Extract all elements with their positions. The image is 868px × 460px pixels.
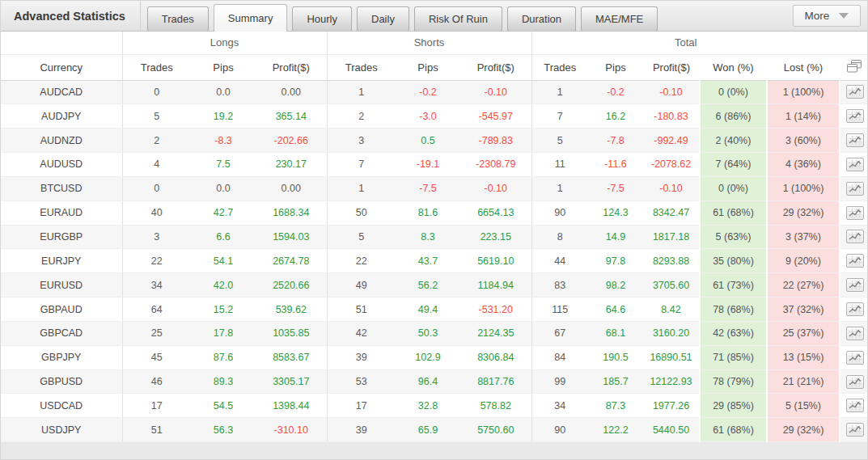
chart-icon[interactable] — [846, 351, 864, 365]
col-header-won: Won (%) — [700, 54, 767, 80]
shorts-profit-cell: 6654.13 — [460, 200, 531, 225]
chart-icon[interactable] — [846, 158, 864, 171]
shorts-pips-cell: 96.4 — [396, 369, 460, 394]
shorts-profit-cell: -0.10 — [460, 176, 531, 200]
total-trades-cell: 11 — [531, 153, 588, 177]
total-trades-cell: 1 — [531, 176, 588, 200]
table-row: AUDUSD 4 7.5 230.17 7 -19.1 -2308.79 11 … — [1, 153, 868, 177]
shorts-profit-cell: 1184.94 — [460, 273, 531, 298]
chart-cell — [840, 225, 868, 249]
longs-trades-cell: 0 — [122, 80, 191, 104]
total-profit-cell: 16890.51 — [643, 345, 700, 369]
chart-icon[interactable] — [846, 230, 864, 243]
longs-pips-cell: 19.2 — [191, 104, 256, 129]
longs-trades-cell: 17 — [122, 394, 191, 418]
shorts-trades-cell: 51 — [327, 298, 396, 322]
longs-trades-cell: 45 — [122, 345, 191, 369]
chart-icon[interactable] — [846, 399, 864, 412]
chart-cell — [840, 249, 868, 273]
table-row: EURAUD 40 42.7 1688.34 50 81.6 6654.13 9… — [1, 200, 868, 225]
currency-cell: EURAUD — [1, 200, 122, 225]
longs-pips-cell: 42.7 — [191, 200, 256, 225]
chart-cell — [840, 369, 868, 394]
total-trades-cell: 34 — [531, 394, 588, 418]
total-profit-cell: 3705.60 — [643, 273, 700, 298]
tab-daily[interactable]: Daily — [357, 6, 409, 31]
page-title: Advanced Statistics — [1, 1, 141, 31]
longs-profit-cell: 0.00 — [256, 80, 327, 104]
group-header-shorts: Shorts — [327, 32, 531, 54]
table-row: GBPJPY 45 87.6 8583.67 39 102.9 8306.84 … — [1, 345, 868, 369]
lost-percent-cell: 13 (15%) — [767, 345, 840, 369]
chart-icon[interactable] — [846, 182, 864, 196]
shorts-trades-cell: 39 — [327, 418, 396, 442]
total-trades-cell: 90 — [531, 200, 588, 225]
table-row: GBPAUD 64 15.2 539.62 51 49.4 -531.20 11… — [1, 298, 868, 322]
shorts-trades-cell: 42 — [327, 321, 396, 345]
total-profit-cell: 1977.26 — [643, 394, 700, 418]
chart-icon[interactable] — [846, 254, 864, 268]
tab-summary[interactable]: Summary — [214, 4, 288, 32]
chart-icon[interactable] — [846, 423, 864, 437]
chart-cell — [840, 129, 868, 153]
total-pips-cell: 190.5 — [588, 345, 643, 369]
chart-icon[interactable] — [846, 206, 864, 220]
longs-trades-cell: 2 — [122, 129, 191, 153]
shorts-profit-cell: 5750.60 — [460, 418, 531, 442]
total-profit-cell: 8342.47 — [643, 200, 700, 225]
lost-percent-cell: 37 (32%) — [767, 298, 840, 322]
currency-cell: AUDNZD — [1, 129, 122, 153]
lost-percent-cell: 4 (36%) — [767, 153, 840, 177]
longs-trades-cell: 64 — [122, 298, 191, 322]
tab-risk-of-ruin[interactable]: Risk Of Ruin — [414, 6, 502, 31]
table-row: EURUSD 34 42.0 2520.66 49 56.2 1184.94 8… — [1, 273, 868, 298]
shorts-trades-cell: 49 — [327, 273, 396, 298]
lost-percent-cell: 22 (27%) — [767, 273, 840, 298]
group-header-spacer — [840, 32, 868, 54]
won-percent-cell: 5 (63%) — [700, 225, 767, 249]
chart-icon[interactable] — [846, 302, 864, 316]
longs-profit-cell: 1398.44 — [256, 394, 327, 418]
shorts-trades-cell: 1 — [327, 176, 396, 200]
shorts-pips-cell: -19.1 — [396, 153, 460, 177]
won-percent-cell: 29 (85%) — [700, 394, 767, 418]
tab-trades[interactable]: Trades — [147, 6, 209, 31]
chart-icon[interactable] — [846, 278, 864, 292]
statistics-table: Longs Shorts Total Currency Trades Pips … — [1, 32, 868, 442]
tab-mae-mfe[interactable]: MAE/MFE — [581, 6, 658, 31]
total-trades-cell: 83 — [531, 273, 588, 298]
won-percent-cell: 71 (85%) — [700, 345, 767, 369]
tab-duration[interactable]: Duration — [507, 6, 576, 31]
more-button[interactable]: More — [793, 5, 861, 27]
longs-trades-cell: 3 — [122, 225, 191, 249]
table-row: USDCAD 17 54.5 1398.44 17 32.8 578.82 34… — [1, 394, 868, 418]
group-header-longs: Longs — [122, 32, 327, 54]
chart-icon[interactable] — [846, 327, 864, 340]
shorts-profit-cell: -2308.79 — [460, 153, 531, 177]
won-percent-cell: 35 (80%) — [700, 249, 767, 273]
chart-cell — [840, 345, 868, 369]
longs-pips-cell: 54.5 — [191, 394, 256, 418]
longs-pips-cell: -8.3 — [191, 129, 256, 153]
longs-profit-cell: -202.66 — [256, 129, 327, 153]
shorts-pips-cell: 43.7 — [396, 249, 460, 273]
total-trades-cell: 7 — [531, 104, 588, 129]
chart-icon[interactable] — [846, 109, 864, 123]
windows-icon[interactable] — [846, 59, 862, 75]
currency-cell: USDJPY — [1, 418, 122, 442]
longs-pips-cell: 42.0 — [191, 273, 256, 298]
longs-profit-cell: 230.17 — [256, 153, 327, 177]
total-profit-cell: -0.10 — [643, 80, 700, 104]
total-pips-cell: 87.3 — [588, 394, 643, 418]
won-percent-cell: 78 (68%) — [700, 298, 767, 322]
chart-icon[interactable] — [846, 375, 864, 389]
shorts-profit-cell: 8817.76 — [460, 369, 531, 394]
total-trades-cell: 8 — [531, 225, 588, 249]
chart-cell — [840, 273, 868, 298]
total-profit-cell: 1817.18 — [643, 225, 700, 249]
longs-profit-cell: 2520.66 — [256, 273, 327, 298]
tab-hourly[interactable]: Hourly — [292, 6, 352, 31]
chart-icon[interactable] — [846, 133, 864, 147]
chart-icon[interactable] — [846, 85, 864, 99]
lost-percent-cell: 25 (37%) — [767, 321, 840, 345]
